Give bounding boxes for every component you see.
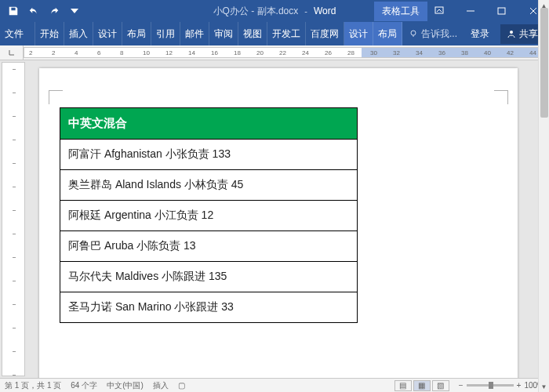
macro-icon[interactable]: ▢: [178, 381, 185, 390]
tab-layout[interactable]: 布局: [122, 22, 151, 45]
page[interactable]: 中英文混合 阿富汗 Afghanistan 小张负责 133 奥兰群岛 Alan…: [39, 68, 518, 378]
tab-selector[interactable]: [0, 45, 24, 60]
tab-table-layout[interactable]: 布局: [373, 22, 402, 45]
tab-home[interactable]: 开始: [35, 22, 64, 45]
print-layout-button[interactable]: ▦: [413, 380, 431, 391]
zoom-in-button[interactable]: +: [517, 381, 522, 390]
read-mode-button[interactable]: ▤: [394, 380, 412, 391]
svg-point-7: [510, 31, 513, 34]
tell-me-input[interactable]: 告诉我...: [402, 22, 464, 45]
vertical-ruler[interactable]: [2, 62, 25, 376]
title-bar: 小Q办公 - 副本.docx - Word 表格工具: [0, 0, 549, 22]
tab-developer[interactable]: 开发工: [267, 22, 306, 45]
page-count[interactable]: 第 1 页，共 1 页: [5, 380, 61, 391]
tab-table-design[interactable]: 设计: [344, 22, 373, 45]
ruler-area: 2246810121416182022242628303234363840424…: [0, 45, 549, 60]
svg-point-5: [411, 31, 416, 35]
app-name: Word: [314, 5, 336, 16]
status-bar: 第 1 页，共 1 页 64 个字 中文(中国) 插入 ▢ ▤ ▦ ▧ − + …: [0, 378, 549, 392]
svg-rect-2: [498, 8, 505, 14]
tab-review[interactable]: 审阅: [209, 22, 238, 45]
table-row[interactable]: 阿根廷 Argentina 小江负责 12: [60, 201, 358, 231]
table-header[interactable]: 中英文混合: [60, 108, 358, 140]
word-count[interactable]: 64 个字: [71, 380, 97, 391]
tab-baidu[interactable]: 百度网: [306, 22, 344, 45]
ribbon-tabs: 文件 开始 插入 设计 布局 引用 邮件 审阅 视图 开发工 百度网 设计 布局…: [0, 22, 549, 45]
svg-rect-0: [435, 7, 443, 13]
zoom-control: − + 100%: [459, 381, 544, 390]
table-row[interactable]: 阿富汗 Afghanistan 小张负责 133: [60, 140, 358, 170]
table-row[interactable]: 圣马力诺 San Marino 小张跟进 33: [60, 292, 358, 323]
tab-references[interactable]: 引用: [151, 22, 180, 45]
margin-corner-tr: [494, 90, 508, 104]
zoom-slider[interactable]: [467, 384, 514, 387]
maximize-button[interactable]: [486, 0, 518, 22]
table-tools-label: 表格工具: [374, 2, 427, 21]
tab-file[interactable]: 文件: [0, 22, 35, 45]
table-row[interactable]: 马尔代夫 Maldives 小陈跟进 135: [60, 262, 358, 292]
minimize-button[interactable]: [455, 0, 486, 22]
zoom-out-button[interactable]: −: [459, 381, 464, 390]
window-controls: [424, 0, 549, 22]
ribbon-options-button[interactable]: [424, 0, 455, 22]
login-button[interactable]: 登录: [464, 27, 496, 41]
undo-button[interactable]: [25, 2, 42, 20]
tab-insert[interactable]: 插入: [64, 22, 93, 45]
save-button[interactable]: [5, 2, 22, 20]
tab-view[interactable]: 视图: [238, 22, 267, 45]
document-name: 小Q办公 - 副本.docx: [213, 5, 299, 18]
title-text: 小Q办公 - 副本.docx - Word: [213, 5, 336, 18]
scrollbar-thumb[interactable]: [540, 60, 548, 118]
qat-customize-button[interactable]: [66, 2, 83, 20]
document-area: 中英文混合 阿富汗 Afghanistan 小张负责 133 奥兰群岛 Alan…: [0, 60, 549, 378]
tab-design[interactable]: 设计: [93, 22, 122, 45]
horizontal-ruler[interactable]: 2246810121416182022242628303234363840424…: [24, 47, 547, 58]
table-row[interactable]: 奥兰群岛 Aland Islands 小林负责 45: [60, 170, 358, 201]
share-icon: [507, 29, 516, 38]
margin-corner-tl: [49, 90, 63, 104]
insert-mode[interactable]: 插入: [153, 380, 169, 391]
web-layout-button[interactable]: ▧: [432, 380, 449, 391]
lightbulb-icon: [409, 29, 418, 38]
content-table[interactable]: 中英文混合 阿富汗 Afghanistan 小张负责 133 奥兰群岛 Alan…: [60, 107, 358, 323]
language[interactable]: 中文(中国): [107, 380, 144, 391]
redo-button[interactable]: [45, 2, 63, 20]
vertical-scrollbar[interactable]: ▲ ▼: [538, 60, 549, 378]
quick-access-toolbar: [0, 2, 88, 20]
view-buttons: ▤ ▦ ▧: [394, 380, 449, 391]
table-row[interactable]: 阿鲁巴 Aruba 小陈负责 13: [60, 231, 358, 262]
tab-mailings[interactable]: 邮件: [180, 22, 209, 45]
